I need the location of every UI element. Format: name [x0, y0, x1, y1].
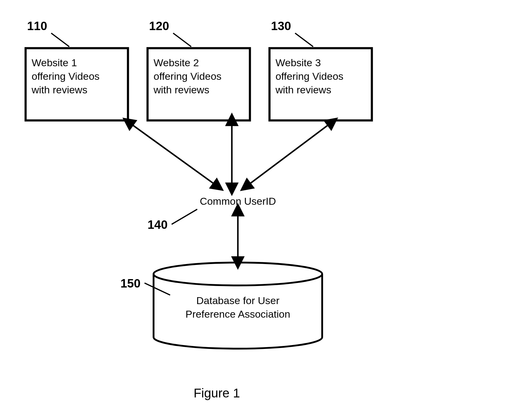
- common-userid-label: Common UserID: [200, 195, 276, 207]
- ref-110-leader: [51, 33, 69, 47]
- website-1-line2: offering Videos: [32, 70, 100, 82]
- svg-point-3: [154, 263, 322, 285]
- arrow-box3-userid: [250, 125, 328, 184]
- ref-130-leader: [295, 33, 313, 47]
- ref-130: 130: [271, 19, 291, 33]
- website-3-line1: Website 3: [276, 57, 321, 68]
- website-1-line1: Website 1: [32, 57, 77, 68]
- website-2-line2: offering Videos: [154, 70, 222, 82]
- ref-120-leader: [173, 33, 191, 47]
- website-3-line3: with reviews: [275, 84, 331, 95]
- website-1-line3: with reviews: [31, 84, 87, 95]
- website-2-box: Website 2 offering Videos with reviews: [148, 48, 250, 120]
- website-1-box: Website 1 offering Videos with reviews: [26, 48, 128, 120]
- ref-140-leader: [172, 209, 197, 224]
- database-line1: Database for User: [196, 295, 279, 306]
- database-cylinder: Database for User Preference Association: [154, 263, 322, 349]
- arrow-box1-userid: [132, 125, 214, 184]
- ref-140: 140: [148, 218, 168, 231]
- ref-150-leader: [145, 283, 170, 295]
- ref-110: 110: [27, 19, 47, 33]
- website-3-line2: offering Videos: [276, 70, 344, 82]
- website-3-box: Website 3 offering Videos with reviews: [269, 48, 372, 120]
- ref-150: 150: [120, 277, 141, 290]
- diagram-canvas: 110 120 130 140 150 Website 1 offering V…: [0, 0, 520, 420]
- website-2-line3: with reviews: [153, 84, 209, 95]
- ref-120: 120: [149, 19, 169, 33]
- database-line2: Preference Association: [185, 308, 290, 320]
- figure-caption: Figure 1: [194, 386, 240, 400]
- website-2-line1: Website 2: [154, 57, 199, 68]
